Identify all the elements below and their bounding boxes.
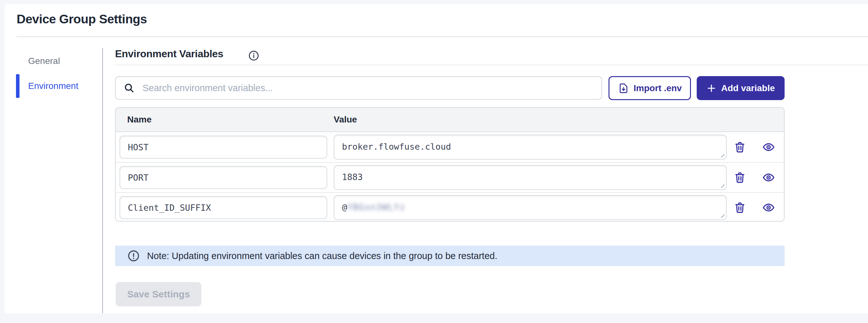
sidebar-item-environment[interactable]: Environment — [16, 74, 103, 98]
column-header-value: Value — [334, 115, 357, 125]
variable-value-blurred: YBGxn3WLYz — [347, 202, 406, 212]
active-tab-indicator — [16, 74, 20, 98]
add-variable-button[interactable]: Add variable — [697, 76, 784, 100]
eye-icon — [762, 141, 775, 153]
import-env-label: Import .env — [634, 83, 682, 93]
heading-divider — [115, 65, 868, 65]
variable-value-textarea[interactable]: 1883 — [334, 165, 727, 190]
delete-variable-button[interactable] — [733, 140, 747, 154]
variable-name-input[interactable] — [120, 196, 327, 219]
search-icon — [123, 82, 135, 94]
sidebar-item-label: Environment — [28, 81, 78, 91]
variable-value-text: 1883 — [342, 172, 363, 182]
note-text: Note: Updating environment variables can… — [147, 251, 497, 261]
reveal-value-button[interactable] — [762, 140, 776, 154]
document-arrow-down-icon — [618, 83, 629, 94]
variable-name-input[interactable] — [120, 136, 327, 158]
row-actions — [733, 171, 776, 184]
env-variables-table: Name Value broker.flowfuse.cloud — [115, 107, 784, 222]
table-body: broker.flowfuse.cloud — [116, 132, 784, 222]
search-input[interactable] — [142, 83, 594, 94]
trash-icon — [734, 171, 746, 184]
reveal-value-button[interactable] — [762, 201, 776, 214]
title-divider — [17, 36, 868, 37]
search-box — [115, 76, 602, 100]
settings-panel: Device Group Settings General Environmen… — [4, 4, 868, 314]
section-heading: Environment Variables — [115, 48, 223, 60]
resize-handle-icon[interactable] — [720, 183, 724, 188]
column-header-name: Name — [116, 115, 334, 125]
trash-icon — [734, 201, 746, 214]
sidebar-item-general[interactable]: General — [16, 49, 103, 74]
resize-handle-icon[interactable] — [720, 152, 724, 157]
table-row: @YBGxn3WLYz — [116, 192, 784, 222]
table-row: broker.flowfuse.cloud — [116, 132, 784, 162]
resize-handle-icon[interactable] — [720, 213, 724, 218]
trash-icon — [734, 141, 746, 153]
variable-value-textarea[interactable]: @YBGxn3WLYz — [334, 195, 727, 220]
reveal-value-button[interactable] — [762, 171, 776, 184]
eye-icon — [762, 171, 775, 184]
delete-variable-button[interactable] — [733, 201, 747, 214]
variable-value-textarea[interactable]: broker.flowfuse.cloud — [334, 135, 727, 159]
alert-circle-icon — [127, 249, 140, 262]
table-header: Name Value — [116, 108, 784, 132]
eye-icon — [762, 201, 775, 214]
save-settings-button[interactable]: Save Settings — [116, 282, 202, 306]
add-variable-label: Add variable — [721, 83, 775, 93]
variable-value-prefix: @ — [342, 202, 347, 212]
delete-variable-button[interactable] — [733, 171, 747, 184]
variable-value-text: broker.flowfuse.cloud — [342, 142, 451, 152]
sidebar-divider — [102, 48, 103, 314]
table-row: 1883 — [116, 162, 784, 192]
row-actions — [733, 140, 776, 154]
page-title: Device Group Settings — [17, 12, 147, 26]
variable-name-input[interactable] — [120, 166, 327, 189]
plus-icon — [706, 83, 716, 93]
sidebar-item-label: General — [28, 56, 60, 66]
note-banner: Note: Updating environment variables can… — [115, 245, 784, 266]
info-circle-icon[interactable] — [248, 50, 259, 61]
row-actions — [733, 201, 776, 214]
import-env-button[interactable]: Import .env — [609, 76, 691, 100]
